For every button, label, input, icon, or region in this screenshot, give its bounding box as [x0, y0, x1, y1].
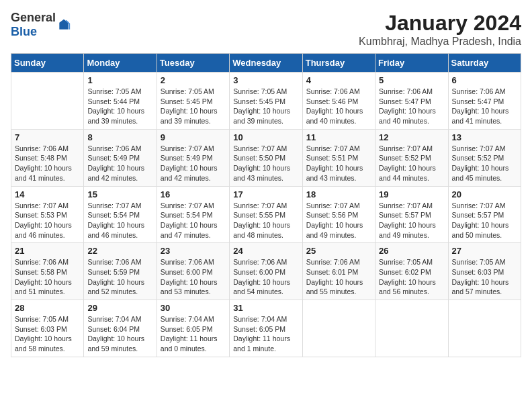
day-cell: 2Sunrise: 7:05 AM Sunset: 5:45 PM Daylig…	[157, 73, 229, 130]
day-number: 29	[87, 303, 152, 313]
logo-blue: Blue	[11, 25, 37, 38]
day-info: Sunrise: 7:05 AM Sunset: 5:45 PM Dayligh…	[233, 87, 298, 126]
col-thursday: Thursday	[302, 54, 375, 73]
day-number: 9	[161, 132, 226, 142]
week-row-4: 21Sunrise: 7:06 AM Sunset: 5:58 PM Dayli…	[11, 243, 521, 300]
day-number: 5	[379, 75, 444, 85]
day-info: Sunrise: 7:07 AM Sunset: 5:57 PM Dayligh…	[379, 201, 444, 240]
col-wednesday: Wednesday	[230, 54, 302, 73]
day-info: Sunrise: 7:07 AM Sunset: 5:55 PM Dayligh…	[233, 201, 298, 240]
day-number: 21	[15, 246, 80, 256]
day-cell: 30Sunrise: 7:04 AM Sunset: 6:05 PM Dayli…	[157, 300, 229, 357]
day-cell: 29Sunrise: 7:04 AM Sunset: 6:04 PM Dayli…	[84, 300, 157, 357]
header: General Blue January 2024 Kumbhraj, Madh…	[11, 11, 521, 48]
day-cell: 5Sunrise: 7:06 AM Sunset: 5:47 PM Daylig…	[375, 73, 448, 130]
day-info: Sunrise: 7:07 AM Sunset: 5:51 PM Dayligh…	[306, 144, 371, 183]
day-info: Sunrise: 7:07 AM Sunset: 5:50 PM Dayligh…	[233, 144, 298, 183]
day-info: Sunrise: 7:06 AM Sunset: 6:00 PM Dayligh…	[233, 257, 298, 297]
day-cell: 11Sunrise: 7:07 AM Sunset: 5:51 PM Dayli…	[302, 129, 375, 186]
day-number: 11	[306, 132, 371, 142]
day-cell: 15Sunrise: 7:07 AM Sunset: 5:54 PM Dayli…	[84, 186, 157, 243]
day-cell: 25Sunrise: 7:06 AM Sunset: 6:01 PM Dayli…	[302, 243, 375, 300]
day-info: Sunrise: 7:06 AM Sunset: 5:59 PM Dayligh…	[87, 257, 152, 297]
day-cell	[375, 300, 448, 357]
day-cell: 26Sunrise: 7:05 AM Sunset: 6:02 PM Dayli…	[375, 243, 448, 300]
day-number: 30	[161, 303, 226, 313]
day-number: 4	[306, 75, 371, 85]
day-number: 19	[379, 189, 444, 199]
day-number: 25	[306, 246, 371, 256]
day-number: 27	[452, 246, 517, 256]
day-number: 22	[87, 246, 152, 256]
logo-icon	[57, 18, 71, 32]
day-info: Sunrise: 7:06 AM Sunset: 6:01 PM Dayligh…	[306, 257, 371, 297]
day-cell: 8Sunrise: 7:06 AM Sunset: 5:49 PM Daylig…	[84, 129, 157, 186]
day-number: 28	[15, 303, 80, 313]
day-cell: 24Sunrise: 7:06 AM Sunset: 6:00 PM Dayli…	[230, 243, 302, 300]
logo: General Blue	[11, 11, 71, 39]
day-number: 2	[161, 75, 226, 85]
day-info: Sunrise: 7:05 AM Sunset: 5:45 PM Dayligh…	[161, 87, 226, 126]
day-info: Sunrise: 7:06 AM Sunset: 5:49 PM Dayligh…	[87, 144, 152, 183]
day-number: 6	[452, 75, 517, 85]
day-number: 18	[306, 189, 371, 199]
day-cell: 7Sunrise: 7:06 AM Sunset: 5:48 PM Daylig…	[11, 129, 84, 186]
day-cell: 3Sunrise: 7:05 AM Sunset: 5:45 PM Daylig…	[230, 73, 302, 130]
day-cell	[302, 300, 375, 357]
day-cell: 27Sunrise: 7:05 AM Sunset: 6:03 PM Dayli…	[448, 243, 521, 300]
day-number: 7	[15, 132, 80, 142]
day-cell: 16Sunrise: 7:07 AM Sunset: 5:54 PM Dayli…	[157, 186, 229, 243]
day-cell: 13Sunrise: 7:07 AM Sunset: 5:52 PM Dayli…	[448, 129, 521, 186]
day-number: 24	[233, 246, 298, 256]
day-number: 15	[87, 189, 152, 199]
logo-text: General Blue	[11, 11, 56, 39]
day-number: 8	[87, 132, 152, 142]
day-cell: 19Sunrise: 7:07 AM Sunset: 5:57 PM Dayli…	[375, 186, 448, 243]
day-number: 26	[379, 246, 444, 256]
day-info: Sunrise: 7:06 AM Sunset: 6:00 PM Dayligh…	[161, 257, 226, 297]
day-info: Sunrise: 7:07 AM Sunset: 5:54 PM Dayligh…	[161, 201, 226, 240]
day-info: Sunrise: 7:05 AM Sunset: 6:03 PM Dayligh…	[452, 257, 517, 297]
day-info: Sunrise: 7:07 AM Sunset: 5:52 PM Dayligh…	[379, 144, 444, 183]
day-cell: 10Sunrise: 7:07 AM Sunset: 5:50 PM Dayli…	[230, 129, 302, 186]
week-row-5: 28Sunrise: 7:05 AM Sunset: 6:03 PM Dayli…	[11, 300, 521, 357]
day-cell: 31Sunrise: 7:04 AM Sunset: 6:05 PM Dayli…	[230, 300, 302, 357]
day-number: 13	[452, 132, 517, 142]
day-info: Sunrise: 7:04 AM Sunset: 6:05 PM Dayligh…	[233, 314, 298, 354]
day-cell: 21Sunrise: 7:06 AM Sunset: 5:58 PM Dayli…	[11, 243, 84, 300]
col-friday: Friday	[375, 54, 448, 73]
day-number: 14	[15, 189, 80, 199]
col-monday: Monday	[84, 54, 157, 73]
day-cell: 9Sunrise: 7:07 AM Sunset: 5:49 PM Daylig…	[157, 129, 229, 186]
day-number: 16	[161, 189, 226, 199]
day-info: Sunrise: 7:07 AM Sunset: 5:56 PM Dayligh…	[306, 201, 371, 240]
day-info: Sunrise: 7:05 AM Sunset: 5:44 PM Dayligh…	[87, 87, 152, 126]
col-sunday: Sunday	[11, 54, 84, 73]
day-cell: 1Sunrise: 7:05 AM Sunset: 5:44 PM Daylig…	[84, 73, 157, 130]
day-info: Sunrise: 7:05 AM Sunset: 6:03 PM Dayligh…	[15, 314, 80, 354]
logo-general: General	[11, 11, 56, 24]
day-number: 31	[233, 303, 298, 313]
day-info: Sunrise: 7:07 AM Sunset: 5:57 PM Dayligh…	[452, 201, 517, 240]
col-saturday: Saturday	[448, 54, 521, 73]
col-tuesday: Tuesday	[157, 54, 229, 73]
day-cell: 6Sunrise: 7:06 AM Sunset: 5:47 PM Daylig…	[448, 73, 521, 130]
day-number: 3	[233, 75, 298, 85]
day-cell	[448, 300, 521, 357]
day-info: Sunrise: 7:07 AM Sunset: 5:54 PM Dayligh…	[87, 201, 152, 240]
day-info: Sunrise: 7:04 AM Sunset: 6:04 PM Dayligh…	[87, 314, 152, 354]
day-number: 10	[233, 132, 298, 142]
day-cell: 22Sunrise: 7:06 AM Sunset: 5:59 PM Dayli…	[84, 243, 157, 300]
calendar-table: Sunday Monday Tuesday Wednesday Thursday…	[11, 53, 521, 357]
day-info: Sunrise: 7:06 AM Sunset: 5:47 PM Dayligh…	[379, 87, 444, 126]
day-info: Sunrise: 7:07 AM Sunset: 5:49 PM Dayligh…	[161, 144, 226, 183]
day-number: 20	[452, 189, 517, 199]
day-cell: 4Sunrise: 7:06 AM Sunset: 5:46 PM Daylig…	[302, 73, 375, 130]
day-cell: 17Sunrise: 7:07 AM Sunset: 5:55 PM Dayli…	[230, 186, 302, 243]
title-section: January 2024 Kumbhraj, Madhya Pradesh, I…	[359, 11, 521, 48]
day-cell: 12Sunrise: 7:07 AM Sunset: 5:52 PM Dayli…	[375, 129, 448, 186]
day-cell	[11, 73, 84, 130]
sub-title: Kumbhraj, Madhya Pradesh, India	[359, 36, 521, 48]
main-title: January 2024	[359, 11, 521, 36]
day-number: 1	[87, 75, 152, 85]
